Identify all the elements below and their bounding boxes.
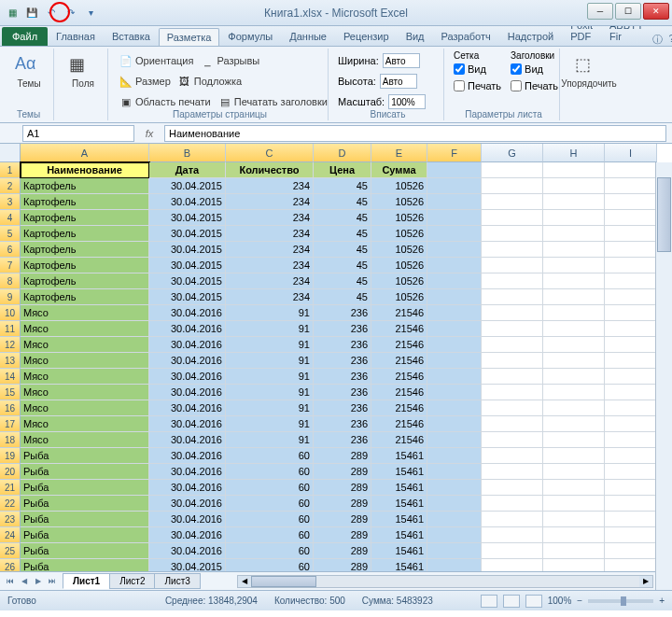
cell-I3[interactable] — [605, 194, 657, 210]
row-header-10[interactable]: 10 — [0, 305, 21, 321]
cell-I5[interactable] — [605, 226, 657, 242]
cell-H11[interactable] — [543, 321, 605, 337]
cell-I23[interactable] — [605, 512, 657, 527]
cell-A13[interactable]: Мясо — [21, 353, 149, 369]
print-area-button[interactable]: ▣Область печати — [118, 94, 213, 109]
vertical-scrollbar[interactable] — [655, 162, 672, 590]
cell-C2[interactable]: 234 — [226, 178, 314, 194]
cell-G21[interactable] — [482, 480, 543, 496]
cell-E24[interactable]: 15461 — [371, 527, 427, 543]
cell-B11[interactable]: 30.04.2016 — [149, 321, 226, 337]
cell-H7[interactable] — [543, 258, 605, 273]
cell-E9[interactable]: 10526 — [371, 289, 427, 305]
cell-B9[interactable]: 30.04.2015 — [149, 289, 226, 305]
cell-G7[interactable] — [482, 258, 543, 273]
cell-B26[interactable]: 30.04.2015 — [149, 559, 226, 571]
cell-C6[interactable]: 234 — [226, 242, 314, 258]
cell-D24[interactable]: 289 — [314, 527, 371, 543]
cell-H20[interactable] — [543, 464, 605, 480]
cell-E5[interactable]: 10526 — [371, 226, 427, 242]
cell-A23[interactable]: Рыба — [21, 512, 149, 527]
cell-D1[interactable]: Цена — [314, 162, 371, 178]
view-break-button[interactable] — [525, 595, 542, 608]
scale-input[interactable] — [388, 94, 426, 109]
cell-F25[interactable] — [427, 543, 482, 559]
row-header-19[interactable]: 19 — [0, 448, 21, 464]
size-button[interactable]: 📐Размер — [118, 74, 173, 89]
view-layout-button[interactable] — [503, 595, 520, 608]
cell-E13[interactable]: 21546 — [371, 353, 427, 369]
cell-I18[interactable] — [605, 432, 657, 448]
cell-D5[interactable]: 45 — [314, 226, 371, 242]
cell-I22[interactable] — [605, 496, 657, 512]
cell-E23[interactable]: 15461 — [371, 512, 427, 527]
sheet-nav-prev-icon[interactable]: ◀ — [18, 575, 31, 588]
cell-G14[interactable] — [482, 369, 543, 385]
column-header-H[interactable]: H — [543, 144, 605, 162]
cell-E20[interactable]: 15461 — [371, 464, 427, 480]
ribbon-minimize-icon[interactable]: ⓘ — [652, 33, 665, 46]
cell-A1[interactable]: Наименование — [21, 162, 149, 178]
cell-I9[interactable] — [605, 289, 657, 305]
cell-I17[interactable] — [605, 416, 657, 432]
row-header-13[interactable]: 13 — [0, 353, 21, 369]
cell-G24[interactable] — [482, 527, 543, 543]
cell-I2[interactable] — [605, 178, 657, 194]
cell-D15[interactable]: 236 — [314, 385, 371, 400]
cell-H17[interactable] — [543, 416, 605, 432]
cell-A24[interactable]: Рыба — [21, 527, 149, 543]
cell-F10[interactable] — [427, 305, 482, 321]
cell-B1[interactable]: Дата — [149, 162, 226, 178]
cell-F26[interactable] — [427, 559, 482, 571]
cell-F11[interactable] — [427, 321, 482, 337]
zoom-out-icon[interactable]: − — [577, 596, 582, 606]
cell-A18[interactable]: Мясо — [21, 432, 149, 448]
width-input[interactable] — [383, 53, 420, 68]
cell-G5[interactable] — [482, 226, 543, 242]
cell-I4[interactable] — [605, 210, 657, 226]
cell-D13[interactable]: 236 — [314, 353, 371, 369]
ribbon-tab-вид[interactable]: Вид — [398, 27, 433, 46]
cell-E10[interactable]: 21546 — [371, 305, 427, 321]
cell-H18[interactable] — [543, 432, 605, 448]
cell-G19[interactable] — [482, 448, 543, 464]
select-all-corner[interactable] — [0, 144, 21, 162]
row-header-7[interactable]: 7 — [0, 258, 21, 273]
zoom-value[interactable]: 100% — [548, 596, 572, 606]
hscroll-right-icon[interactable]: ▶ — [639, 576, 652, 587]
row-header-9[interactable]: 9 — [0, 289, 21, 305]
cell-F6[interactable] — [427, 242, 482, 258]
cell-E26[interactable]: 15461 — [371, 559, 427, 571]
cell-G20[interactable] — [482, 464, 543, 480]
cell-B13[interactable]: 30.04.2016 — [149, 353, 226, 369]
cell-G2[interactable] — [482, 178, 543, 194]
row-header-12[interactable]: 12 — [0, 337, 21, 353]
cell-H2[interactable] — [543, 178, 605, 194]
cell-G10[interactable] — [482, 305, 543, 321]
row-header-25[interactable]: 25 — [0, 543, 21, 559]
cell-I25[interactable] — [605, 543, 657, 559]
sheet-tab-Лист3[interactable]: Лист3 — [154, 573, 200, 589]
cell-E3[interactable]: 10526 — [371, 194, 427, 210]
cell-G23[interactable] — [482, 512, 543, 527]
cell-A4[interactable]: Картофель — [21, 210, 149, 226]
cell-B14[interactable]: 30.04.2016 — [149, 369, 226, 385]
cell-A14[interactable]: Мясо — [21, 369, 149, 385]
row-header-16[interactable]: 16 — [0, 400, 21, 416]
cell-I13[interactable] — [605, 353, 657, 369]
cell-D6[interactable]: 45 — [314, 242, 371, 258]
cell-A21[interactable]: Рыба — [21, 480, 149, 496]
column-header-I[interactable]: I — [605, 144, 657, 162]
cell-B19[interactable]: 30.04.2016 — [149, 448, 226, 464]
cell-F1[interactable] — [427, 162, 482, 178]
cell-A25[interactable]: Рыба — [21, 543, 149, 559]
minimize-button[interactable]: ─ — [587, 3, 613, 20]
cell-F5[interactable] — [427, 226, 482, 242]
cell-C7[interactable]: 234 — [226, 258, 314, 273]
cell-C9[interactable]: 234 — [226, 289, 314, 305]
row-header-17[interactable]: 17 — [0, 416, 21, 432]
cell-B5[interactable]: 30.04.2015 — [149, 226, 226, 242]
column-header-B[interactable]: B — [149, 144, 226, 162]
cell-F4[interactable] — [427, 210, 482, 226]
cell-H15[interactable] — [543, 385, 605, 400]
